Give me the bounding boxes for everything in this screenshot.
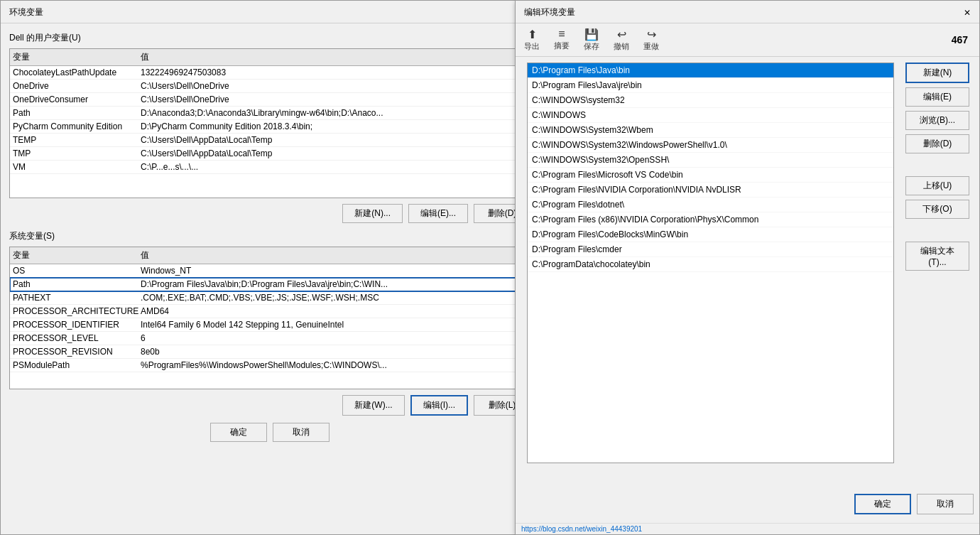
table-row[interactable]: TMP C:\Users\Dell\AppData\Local\Temp: [10, 147, 530, 161]
sys-section-label: 系统变量(S): [9, 230, 530, 242]
edit-dialog-close-button[interactable]: ✕: [964, 8, 971, 18]
table-row[interactable]: PyCharm Community Edition D:\PyCharm Com…: [10, 120, 530, 134]
edit-dialog-titlebar: 编辑环境变量 ✕: [516, 1, 979, 23]
env-dialog-body: Dell 的用户变量(U) 变量 值 ChocolateyLastPathUpd…: [1, 23, 539, 450]
user-new-button[interactable]: 新建(N)...: [342, 204, 403, 223]
save-icon: 💾: [584, 28, 599, 41]
path-item[interactable]: C:\Program Files\Microsoft VS Code\bin: [528, 168, 893, 183]
summary-icon: ≡: [558, 28, 565, 40]
save-label: 保存: [584, 41, 599, 52]
path-sys-row[interactable]: Path D:\Program Files\Java\bin;D:\Progra…: [10, 278, 530, 291]
env-dialog-titlebar: 环境变量 ✕: [1, 1, 539, 23]
edit-bottom-buttons: 确定 取消: [854, 494, 974, 514]
table-row[interactable]: ChocolateyLastPathUpdate 132224969247503…: [10, 66, 530, 80]
edit-ok-button[interactable]: 确定: [854, 494, 911, 514]
user-val-header: 值: [141, 51, 527, 63]
table-row[interactable]: Path D:\Anaconda3;D:\Anaconda3\Library\m…: [10, 107, 530, 120]
sys-button-row: 新建(W)... 编辑(I)... 删除(L): [9, 395, 530, 416]
user-variables-table: 变量 值 ChocolateyLastPathUpdate 1322249692…: [9, 48, 530, 198]
table-row[interactable]: TEMP C:\Users\Dell\AppData\Local\Temp: [10, 134, 530, 147]
path-item[interactable]: C:\WINDOWS: [528, 108, 893, 123]
export-icon: ⬆: [528, 28, 537, 41]
table-row[interactable]: OS Windows_NT: [10, 264, 530, 278]
table-row[interactable]: PATHEXT .COM;.EXE;.BAT;.CMD;.VBS;.VBE;.J…: [10, 291, 530, 305]
sys-var-header: 变量: [13, 249, 141, 261]
path-browse-button[interactable]: 浏览(B)...: [905, 111, 969, 130]
toolbar-export[interactable]: ⬆ 导出: [521, 26, 543, 53]
right-button-panel: 新建(N) 编辑(E) 浏览(B)... 删除(D) 上移(U) 下移(O) 编…: [905, 63, 974, 463]
table-row[interactable]: VM C:\P...e...s\...\...: [10, 161, 530, 174]
table-row[interactable]: OneDrive C:\Users\Dell\OneDrive: [10, 80, 530, 93]
sys-val-header: 值: [141, 249, 527, 261]
edit-cancel-button[interactable]: 取消: [917, 494, 974, 514]
toolbar-save[interactable]: 💾 保存: [581, 26, 602, 53]
redo-icon: ↪: [647, 28, 656, 41]
sys-new-button[interactable]: 新建(W)...: [342, 395, 404, 416]
edit-count: 467: [952, 34, 974, 45]
undo-icon: ↩: [617, 28, 626, 41]
user-edit-button[interactable]: 编辑(E)...: [408, 204, 468, 223]
edit-env-dialog: 编辑环境变量 ✕ ⬆ 导出 ≡ 摘要 💾 保存 ↩ 撤销 ↪ 重做: [515, 0, 980, 535]
toolbar-undo[interactable]: ↩ 撤销: [611, 26, 632, 53]
env-ok-button[interactable]: 确定: [210, 423, 267, 442]
sys-variables-table: 变量 值 OS Windows_NT Path D:\Program Files…: [9, 247, 530, 389]
sys-edit-button[interactable]: 编辑(I)...: [410, 395, 468, 416]
redo-label: 重做: [643, 41, 659, 52]
path-item[interactable]: C:\WINDOWS\System32\Wbem: [528, 123, 893, 138]
edit-main-area: D:\Program Files\Java\bin D:\Program Fil…: [516, 57, 979, 469]
path-edit-button[interactable]: 编辑(E): [905, 87, 969, 107]
path-move-down-button[interactable]: 下移(O): [905, 200, 969, 219]
toolbar-summary[interactable]: ≡ 摘要: [551, 26, 572, 53]
undo-label: 撤销: [614, 41, 629, 52]
path-item[interactable]: C:\Program Files (x86)\NVIDIA Corporatio…: [528, 212, 893, 227]
path-delete-button[interactable]: 删除(D): [905, 134, 969, 153]
path-item[interactable]: C:\WINDOWS\System32\WindowsPowerShell\v1…: [528, 138, 893, 153]
toolbar-redo[interactable]: ↪ 重做: [641, 26, 662, 53]
path-item[interactable]: D:\Program Files\Java\bin: [528, 63, 893, 78]
user-var-header: 变量: [13, 51, 141, 63]
table-row[interactable]: OneDriveConsumer C:\Users\Dell\OneDrive: [10, 93, 530, 107]
path-edit-text-button[interactable]: 编辑文本(T)...: [905, 242, 969, 271]
env-bottom-buttons: 确定 取消: [9, 423, 530, 442]
env-dialog-title: 环境变量: [9, 6, 43, 18]
edit-toolbar: ⬆ 导出 ≡ 摘要 💾 保存 ↩ 撤销 ↪ 重做 467: [516, 23, 979, 57]
env-variables-dialog: 环境变量 ✕ Dell 的用户变量(U) 变量 值 ChocolateyLast…: [0, 0, 540, 535]
user-table-header: 变量 值: [10, 49, 530, 66]
export-label: 导出: [524, 41, 540, 52]
path-item[interactable]: D:\Program Files\cmder: [528, 242, 893, 257]
user-section-label: Dell 的用户变量(U): [9, 32, 530, 44]
edit-dialog-title: 编辑环境变量: [524, 6, 575, 18]
sys-table-body: OS Windows_NT Path D:\Program Files\Java…: [10, 264, 530, 389]
path-list: D:\Program Files\Java\bin D:\Program Fil…: [527, 63, 894, 463]
path-item[interactable]: C:\Program Files\dotnet\: [528, 198, 893, 212]
path-new-button[interactable]: 新建(N): [905, 63, 969, 83]
table-row[interactable]: PROCESSOR_IDENTIFIER Intel64 Family 6 Mo…: [10, 318, 530, 332]
table-row[interactable]: PROCESSOR_REVISION 8e0b: [10, 345, 530, 359]
summary-label: 摘要: [554, 40, 570, 51]
path-move-up-button[interactable]: 上移(U): [905, 176, 969, 195]
table-row[interactable]: PSModulePath %ProgramFiles%\WindowsPower…: [10, 359, 530, 372]
path-item[interactable]: D:\Program Files\CodeBlocks\MinGW\bin: [528, 227, 893, 242]
path-item[interactable]: C:\ProgramData\chocolatey\bin: [528, 257, 893, 272]
table-row[interactable]: PROCESSOR_LEVEL 6: [10, 332, 530, 345]
sys-table-header: 变量 值: [10, 247, 530, 264]
user-table-body: ChocolateyLastPathUpdate 132224969247503…: [10, 66, 530, 198]
env-cancel-button[interactable]: 取消: [273, 423, 330, 442]
toolbar-buttons: ⬆ 导出 ≡ 摘要 💾 保存 ↩ 撤销 ↪ 重做: [521, 26, 662, 53]
path-item[interactable]: C:\Program Files\NVIDIA Corporation\NVID…: [528, 183, 893, 198]
user-button-row: 新建(N)... 编辑(E)... 删除(D): [9, 204, 530, 223]
path-item[interactable]: C:\WINDOWS\system32: [528, 93, 893, 108]
path-item[interactable]: D:\Program Files\Java\jre\bin: [528, 78, 893, 93]
path-item[interactable]: C:\WINDOWS\System32\OpenSSH\: [528, 153, 893, 168]
table-row[interactable]: PROCESSOR_ARCHITECTURE AMD64: [10, 305, 530, 318]
url-bar: https://blog.csdn.net/weixin_44439201: [516, 523, 979, 534]
